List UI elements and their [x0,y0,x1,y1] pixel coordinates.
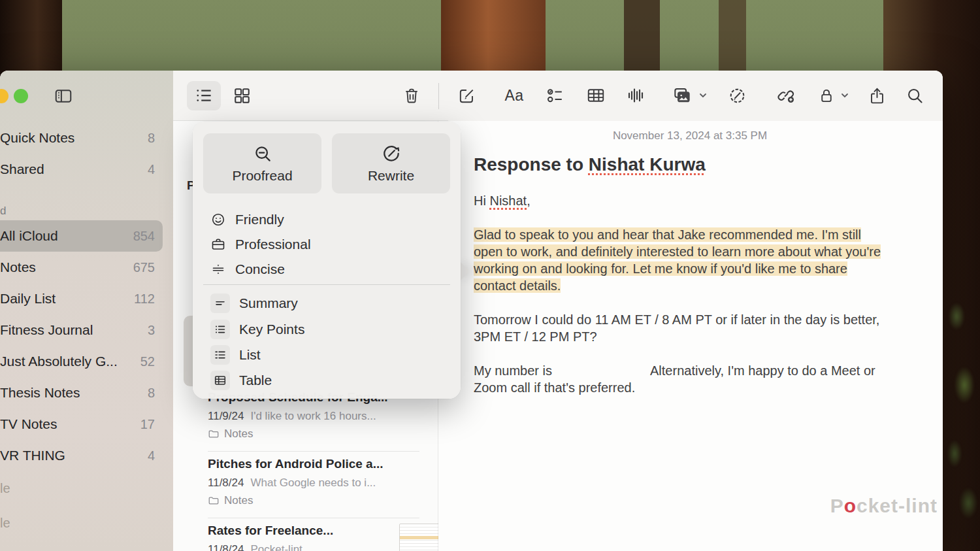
tree-moss [941,261,980,536]
note-title: Rates for Freelance... [208,524,368,538]
rewrite-button[interactable]: Rewrite [332,133,450,193]
sidebar-item-label: d [0,205,155,218]
lock-button[interactable] [815,84,838,107]
sidebar-item-label: Just Absolutely G... [0,354,140,369]
list-icon [210,345,230,365]
sidebar-item-thesis-notes[interactable]: Thesis Notes8 [0,377,155,409]
sidebar-item-label: Quick Notes [0,130,148,146]
note-date: 11/8/24 [208,476,244,489]
search-button[interactable] [903,84,926,107]
writing-tools-icon [727,86,747,106]
sidebar-section-label: d [0,185,155,220]
tone-professional[interactable]: Professional [193,232,461,257]
lock-icon [817,86,836,105]
notes-window: Quick Notes8Shared4dAll iCloud854Notes67… [0,71,943,551]
writing-tools-popup: Proofread Rewrite Friendly [193,122,461,399]
sidebar-item-label: All iCloud [0,228,133,244]
sidebar-item-all-icloud[interactable]: All iCloud854 [0,220,163,252]
highlighted-paragraph: Glad to speak to you and hear that Jake … [474,226,906,294]
sidebar-item-label: Shared [0,161,148,177]
rewrite-icon [381,143,402,164]
note-date: 11/9/24 [208,410,244,422]
sidebar-item-just-absolutely-g[interactable]: Just Absolutely G...52 [0,346,155,377]
gallery-view-icon [233,86,252,105]
folder-icon [208,495,220,507]
gallery-view-button[interactable] [230,84,253,107]
media-chevron-icon[interactable] [698,90,708,103]
sidebar-item-count: 675 [133,260,155,275]
format-button[interactable]: Aa [502,84,526,107]
table-option-icon [210,371,230,390]
tone-concise[interactable]: Concise [193,257,461,282]
table-button[interactable] [584,84,608,107]
sidebar-item-daily-list[interactable]: Daily List112 [0,283,155,314]
search-icon [906,86,924,105]
note-list-item[interactable]: Rates for Freelance... 11/8/24Pocket-lin… [208,524,423,551]
note-list-item[interactable]: Pitches for Android Police a... 11/8/24W… [208,457,423,507]
sidebar-item-quick-notes[interactable]: Quick Notes8 [0,122,155,154]
list-view-icon [194,86,214,105]
transform-summary[interactable]: Summary [193,290,461,316]
delete-note-button[interactable] [400,84,423,107]
tone-friendly[interactable]: Friendly [193,207,461,232]
sidebar-item-label: Fitness Journal [0,322,148,338]
note-editor[interactable]: November 13, 2024 at 3:35 PM Response to… [438,121,943,551]
sidebar-item-fitness-journal[interactable]: Fitness Journal3 [0,314,155,346]
note-folder: Notes [224,427,253,441]
note-preview: What Google needs to i... [250,476,376,489]
sidebar: Quick Notes8Shared4dAll iCloud854Notes67… [0,71,173,551]
sidebar-toggle-button[interactable] [52,85,74,107]
toolbar-separator [438,83,439,109]
compose-icon [457,86,476,105]
note-preview: Pocket-lint [250,543,302,551]
transform-table[interactable]: Table [193,367,461,393]
pocket-lint-watermark: Pocket-lint [830,495,938,517]
zoom-button[interactable] [14,89,28,103]
table-icon [586,86,606,105]
sidebar-item-count: 4 [148,162,155,177]
proofread-button[interactable]: Proofread [203,133,321,193]
list-view-button[interactable] [192,84,216,107]
concise-icon [210,261,226,277]
briefcase-icon [210,237,226,252]
sidebar-item-fragment: le [0,506,155,541]
desktop: Quick Notes8Shared4dAll iCloud854Notes67… [0,0,980,551]
folder-icon [208,428,220,440]
sidebar-item-label: Notes [0,259,133,275]
summary-icon [210,293,230,313]
sidebar-item-count: 52 [140,354,155,369]
smiley-icon [210,212,226,227]
checklist-button[interactable] [543,84,566,107]
writing-tools-button[interactable] [725,84,749,107]
key-points-icon [210,320,230,339]
format-icon: Aa [504,87,523,105]
misspelled-word: Nishat [489,193,527,208]
note-timestamp: November 13, 2024 at 3:35 PM [474,129,906,142]
minimize-button[interactable] [0,89,8,103]
note-editor-title: Response to Nishat Kurwa [474,154,906,175]
sidebar-item-tv-notes[interactable]: TV Notes17 [0,409,155,440]
popup-divider [203,284,450,285]
sidebar-item-vr-thing[interactable]: VR THING4 [0,440,155,471]
sidebar-item-shared[interactable]: Shared4 [0,154,155,185]
sidebar-item-fragment: le [0,471,155,506]
note-date: 11/8/24 [208,543,244,551]
hidden-note-title-fragment: P [187,178,193,194]
list-divider [208,451,419,452]
media-button[interactable] [670,84,694,107]
transform-key-points[interactable]: Key Points [193,316,461,342]
audio-record-button[interactable] [624,84,647,107]
sidebar-item-label: Thesis Notes [0,385,148,401]
transform-list[interactable]: List [193,342,461,368]
note-title: Pitches for Android Police a... [208,457,423,471]
misspelled-word: Nishat Kurwa [589,154,706,175]
sidebar-item-label: le [0,516,155,531]
sidebar-item-count: 8 [148,131,155,146]
new-note-button[interactable] [455,84,478,107]
sidebar-item-notes[interactable]: Notes675 [0,252,155,283]
share-button[interactable] [865,84,889,107]
rewrite-label: Rewrite [368,168,414,184]
lock-chevron-icon[interactable] [840,90,850,103]
audio-waveform-icon [626,86,645,105]
add-link-button[interactable] [775,84,798,107]
